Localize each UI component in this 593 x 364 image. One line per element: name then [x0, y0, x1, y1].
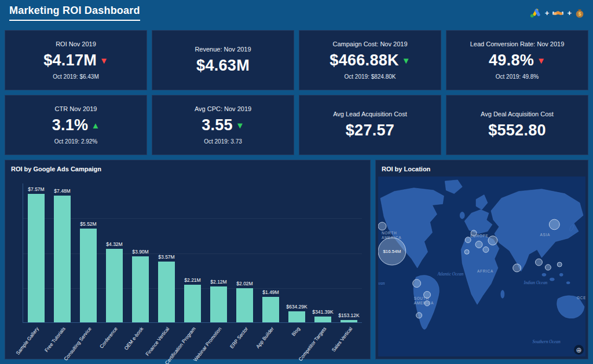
kpi-value: $4.63M [196, 57, 250, 75]
kpi-value: $552.80 [488, 122, 546, 139]
map-bubble[interactable] [471, 230, 477, 236]
bar[interactable] [262, 297, 280, 322]
kpi-value: 3.55 [202, 116, 233, 134]
bar[interactable] [341, 320, 358, 322]
map-area: NORTHAMERICAEUROPEASIAAFRICASOUTHAMERICA… [378, 177, 585, 356]
page-title: Marketing ROI Dashboard [9, 5, 140, 21]
map-bubble[interactable] [535, 259, 542, 266]
map-control-icon[interactable]: ⊕ [574, 345, 584, 355]
bottom-panels: ROI by Google Ads Campaign $7.57M$7.48M$… [5, 160, 588, 359]
map-ocean-label: Atlantic Ocean [437, 271, 463, 277]
kpi-previous-value: Oct 2019: 3.73 [204, 138, 242, 145]
bar-value-label: $7.57M [28, 186, 44, 192]
map-bubble[interactable] [465, 237, 471, 243]
map-bubble[interactable] [549, 219, 559, 230]
bar-value-label: $5.52M [80, 221, 96, 227]
map-bubble[interactable] [424, 291, 431, 298]
bar[interactable] [28, 194, 45, 322]
map-bubble[interactable] [464, 249, 469, 254]
bar-chart-title: ROI by Google Ads Campaign [5, 160, 370, 174]
trend-up-icon: ▲ [91, 121, 100, 130]
kpi-card: Avg Deal Acquisition Cost$552.80 [446, 95, 588, 155]
roi-campaign-panel: ROI by Google Ads Campaign $7.57M$7.48M$… [5, 160, 371, 359]
kpi-card: Avg Lead Acquisition Cost$27.57 [299, 95, 441, 155]
map-bubble[interactable] [378, 222, 386, 230]
header-icons: + + $ [529, 8, 585, 19]
bar-value-label: $2.21M [184, 277, 200, 283]
kpi-label: CTR Nov 2019 [55, 105, 97, 112]
map-ocean-label: Ocean [378, 281, 385, 286]
header: Marketing ROI Dashboard + + $ [0, 0, 593, 25]
kpi-value: 3.1% [52, 116, 89, 134]
kpi-value: $4.17M [43, 52, 97, 69]
bar[interactable] [54, 196, 71, 322]
bar-value-label: $3.57M [158, 254, 174, 260]
map-bubble[interactable] [545, 264, 551, 270]
kpi-value: 49.8% [489, 52, 534, 69]
map-bubble[interactable] [416, 312, 422, 318]
map-region-label: AMERICA [414, 301, 434, 305]
map-title: ROI by Location [376, 160, 588, 174]
bar[interactable] [314, 317, 332, 322]
trend-down-icon: ▼ [100, 56, 108, 65]
dashboard-content: ROI Nov 2019$4.17M▼Oct 2019: $6.43MReven… [0, 25, 593, 364]
bar[interactable] [288, 311, 306, 322]
bar-category-label: Conference [98, 326, 119, 350]
map-region-label: NORTH [382, 231, 397, 235]
bar-value-label: $1.49M [262, 289, 279, 295]
kpi-card: Lead Conversion Rate: Nov 201949.8%▼Oct … [446, 30, 588, 90]
bar[interactable] [132, 256, 149, 322]
bar-category-label: Blog [291, 326, 301, 337]
map-bubble[interactable] [424, 301, 430, 306]
svg-text:$: $ [579, 11, 581, 17]
kpi-card: Campaign Cost: Nov 2019$466.88K▼Oct 2019… [299, 30, 441, 90]
kpi-label: Avg Deal Acquisition Cost [481, 111, 554, 117]
bar-chart-area: $7.57M$7.48M$5.52M$4.32M$3.90M$3.57M$2.2… [23, 183, 362, 323]
bar[interactable] [80, 229, 97, 322]
bar-category-label: Sample Gallery [15, 326, 41, 356]
trend-down-icon: ▼ [537, 56, 546, 65]
bar-value-label: $2.02M [236, 281, 252, 286]
map-region-label: OCEA [577, 296, 585, 300]
bar[interactable] [158, 262, 175, 322]
map-ocean-label: Southern Ocean [533, 339, 561, 344]
money-bag-icon: $ [574, 8, 585, 18]
bar[interactable] [210, 286, 228, 322]
map-ocean-label: Indian Ocean [524, 280, 548, 285]
kpi-label: Avg CPC: Nov 2019 [195, 105, 251, 112]
trend-down-icon: ▼ [402, 56, 411, 65]
kpi-previous-value: Oct 2019: $6.43M [53, 73, 99, 80]
roi-location-panel: ROI by Location [375, 160, 588, 359]
kpi-card: Avg CPC: Nov 20193.55▼Oct 2019: 3.73 [152, 95, 294, 155]
map-bubble[interactable] [513, 264, 521, 272]
bar-value-label: $634.29K [286, 304, 307, 310]
kpi-label: ROI Nov 2019 [56, 41, 96, 47]
google-ads-icon [529, 8, 542, 19]
bar[interactable] [236, 288, 254, 322]
world-map: NORTHAMERICAEUROPEASIAAFRICASOUTHAMERICA… [378, 177, 585, 356]
kpi-value: $466.88K [330, 52, 399, 69]
bar-value-label: $4.32M [106, 241, 122, 247]
kpi-label: Avg Lead Acquisition Cost [333, 111, 407, 117]
bar[interactable] [106, 249, 123, 322]
bar-value-label: $153.12K [338, 312, 359, 318]
bar-value-label: $3.90M [132, 249, 148, 255]
map-bubble[interactable] [488, 236, 497, 245]
kpi-grid: ROI Nov 2019$4.17M▼Oct 2019: $6.43MReven… [5, 30, 588, 155]
bar-plot: $7.57M$7.48M$5.52M$4.32M$3.90M$3.57M$2.2… [23, 183, 362, 323]
kpi-label: Campaign Cost: Nov 2019 [332, 41, 407, 47]
map-bubble[interactable] [483, 247, 489, 252]
map-bubble[interactable] [557, 262, 562, 267]
bar-value-label: $7.48M [54, 188, 70, 194]
map-bubble-value: $16.54M [383, 249, 401, 254]
map-bubble[interactable] [475, 241, 482, 248]
kpi-label: Lead Conversion Rate: Nov 2019 [470, 41, 565, 47]
bar-xlabels: Sample GalleryFree TutorialsConsulting S… [23, 324, 362, 359]
kpi-card: Revenue: Nov 2019$4.63M [152, 30, 294, 90]
kpi-card: ROI Nov 2019$4.17M▼Oct 2019: $6.43M [5, 30, 147, 90]
bar-category-label: App Builder [255, 326, 275, 350]
kpi-value: $27.57 [346, 122, 394, 139]
map-bubble[interactable] [413, 280, 421, 288]
kpi-previous-value: Oct 2019: $824.80K [345, 73, 396, 80]
bar[interactable] [184, 285, 202, 322]
